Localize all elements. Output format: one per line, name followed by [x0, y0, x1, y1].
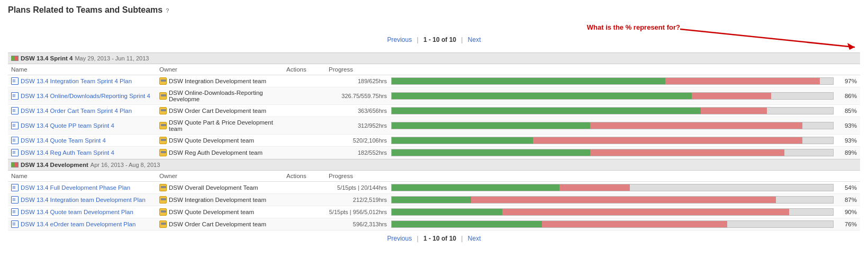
owner-cell: DSW Online-Downloads-Reporting Developme	[156, 87, 283, 105]
progress-bar-pink	[701, 108, 767, 114]
progress-hrs: 5/15pts | 956/5,012hrs	[329, 209, 387, 215]
progress-hrs: 212/2,519hrs	[329, 197, 387, 203]
progress-cell: 182/552hrs 89%	[326, 147, 860, 159]
plan-icon	[11, 196, 19, 204]
progress-bar-green	[392, 197, 471, 203]
col-header-owner: Owner	[156, 64, 283, 75]
owner-name: DSW Integration Development team	[169, 197, 266, 203]
sections-container: DSW 13.4 Sprint 4 May 29, 2013 - Jun 11,…	[8, 52, 860, 231]
plan-link[interactable]: DSW 13.4 Quote Team Sprint 4	[21, 137, 106, 144]
owner-cell: DSW Integration Development team	[156, 194, 283, 206]
plan-name-cell: DSW 13.4 Reg Auth Team Sprint 4	[8, 147, 156, 159]
prev-link-bottom[interactable]: Previous	[387, 235, 412, 242]
progress-bar-green	[392, 93, 692, 99]
annotation-arrow	[595, 20, 860, 51]
plan-link[interactable]: DSW 13.4 Quote PP team Sprint 4	[21, 122, 114, 129]
progress-bar-pink	[692, 93, 771, 99]
progress-cell: 5/15pts | 20/144hrs 54%	[326, 182, 860, 194]
progress-bar-pink	[542, 221, 727, 227]
progress-bar-green	[392, 108, 701, 114]
progress-cell: 5/15pts | 956/5,012hrs 90%	[326, 206, 860, 218]
owner-icon	[159, 77, 167, 85]
progress-hrs: 182/552hrs	[329, 149, 387, 156]
page-info-top: 1 - 10 of 10	[423, 36, 456, 43]
progress-pct: 87%	[838, 197, 857, 203]
plan-icon	[11, 92, 19, 100]
progress-bar	[391, 220, 834, 228]
owner-icon	[159, 208, 167, 216]
actions-cell	[283, 135, 326, 147]
progress-pct: 93%	[838, 122, 857, 129]
col-header-actions: Actions	[283, 64, 326, 75]
plan-link[interactable]: DSW 13.4 Quote team Development Plan	[21, 209, 133, 215]
plan-name-cell: DSW 13.4 eOrder team Development Plan	[8, 218, 156, 231]
progress-bar-pink	[533, 137, 802, 144]
actions-cell	[283, 147, 326, 159]
owner-name: DSW Quote Part & Price Development team	[169, 119, 280, 132]
plan-icon	[11, 122, 19, 129]
owner-cell: DSW Integration Development team	[156, 75, 283, 87]
actions-cell	[283, 75, 326, 87]
owner-name: DSW Quote Development team	[169, 209, 254, 215]
owner-name: DSW Integration Development team	[169, 78, 266, 84]
progress-pct: 90%	[838, 209, 857, 215]
owner-name: DSW Order Cart Development team	[169, 108, 266, 114]
progress-pct: 54%	[838, 184, 857, 191]
plan-link[interactable]: DSW 13.4 Order Cart Team Sprint 4 Plan	[21, 108, 132, 114]
progress-bar-pink	[665, 78, 820, 84]
section-icon-development	[11, 162, 19, 167]
top-pagination: Previous | 1 - 10 of 10 | Next	[387, 36, 481, 43]
progress-bar	[391, 77, 834, 85]
plan-name-cell: DSW 13.4 Order Cart Team Sprint 4 Plan	[8, 105, 156, 117]
plan-icon	[11, 208, 19, 216]
progress-cell: 312/952hrs 93%	[326, 117, 860, 135]
svg-marker-1	[847, 43, 855, 50]
plan-link[interactable]: DSW 13.4 Integration team Development Pl…	[21, 197, 146, 203]
progress-bar-pink	[590, 149, 784, 156]
col-header-name: Name	[8, 171, 156, 182]
progress-hrs: 596/2,313hrs	[329, 221, 387, 227]
owner-cell: DSW Quote Development team	[156, 135, 283, 147]
plan-link[interactable]: DSW 13.4 Online/Downloads/Reporting Spri…	[21, 93, 150, 99]
owner-icon	[159, 149, 167, 156]
progress-bar-pink	[502, 209, 789, 215]
prev-link-top[interactable]: Previous	[387, 36, 412, 43]
owner-icon	[159, 92, 167, 100]
next-link-bottom[interactable]: Next	[468, 235, 481, 242]
section-name-sprint4: DSW 13.4 Sprint 4	[21, 55, 73, 61]
plan-icon	[11, 77, 19, 85]
table-row: DSW 13.4 Order Cart Team Sprint 4 Plan D…	[8, 105, 860, 117]
progress-bar-green	[392, 209, 502, 215]
progress-hrs: 5/15pts | 20/144hrs	[329, 184, 387, 191]
page-info-bottom: 1 - 10 of 10	[423, 235, 456, 242]
actions-cell	[283, 206, 326, 218]
plan-link[interactable]: DSW 13.4 Full Development Phase Plan	[21, 184, 130, 191]
plan-name-cell: DSW 13.4 Quote PP team Sprint 4	[8, 117, 156, 135]
table-sprint4: NameOwnerActionsProgress DSW 13.4 Integr…	[8, 64, 860, 159]
bottom-pagination: Previous | 1 - 10 of 10 | Next	[8, 235, 860, 242]
progress-bar-pink	[471, 197, 775, 203]
owner-name: DSW Reg Auth Development team	[169, 149, 263, 156]
progress-bar	[391, 196, 834, 204]
progress-pct: 85%	[838, 108, 857, 114]
progress-pct: 93%	[838, 137, 857, 144]
plan-link[interactable]: DSW 13.4 Integration Team Sprint 4 Plan	[21, 78, 132, 84]
col-header-owner: Owner	[156, 171, 283, 182]
progress-cell: 363/656hrs 85%	[326, 105, 860, 117]
progress-hrs: 520/2,106hrs	[329, 137, 387, 144]
table-row: DSW 13.4 Quote team Development Plan DSW…	[8, 206, 860, 218]
plan-link[interactable]: DSW 13.4 eOrder team Development Plan	[21, 221, 135, 227]
plan-name-cell: DSW 13.4 Full Development Phase Plan	[8, 182, 156, 194]
col-header-actions: Actions	[283, 171, 326, 182]
next-link-top[interactable]: Next	[468, 36, 481, 43]
owner-icon	[159, 220, 167, 228]
page-title-help[interactable]: ?	[166, 7, 169, 14]
plan-icon	[11, 137, 19, 144]
actions-cell	[283, 105, 326, 117]
plan-link[interactable]: DSW 13.4 Reg Auth Team Sprint 4	[21, 149, 114, 156]
progress-bar	[391, 184, 834, 191]
progress-pct: 86%	[838, 93, 857, 99]
owner-icon	[159, 107, 167, 114]
progress-pct: 89%	[838, 149, 857, 156]
progress-bar	[391, 92, 834, 100]
